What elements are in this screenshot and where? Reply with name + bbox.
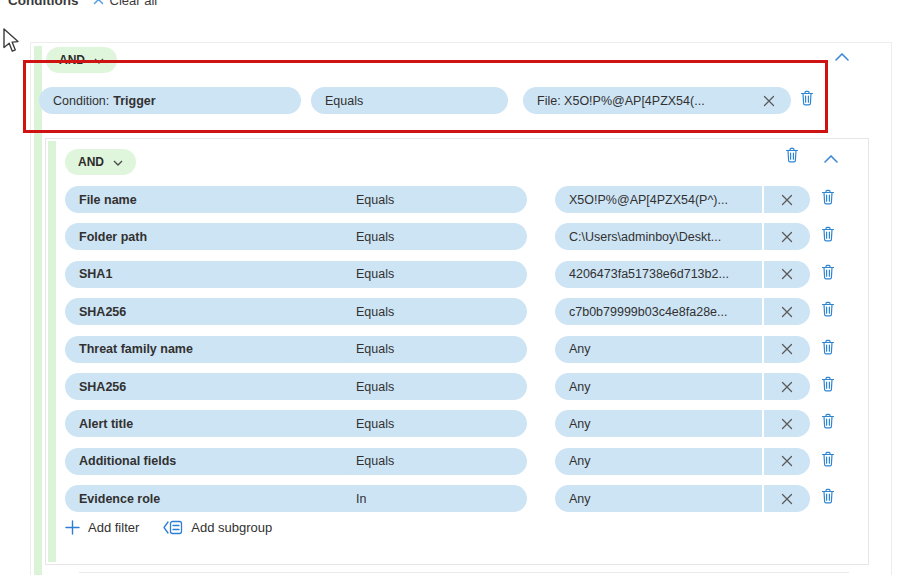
filter-value-pill[interactable]: Any <box>555 448 762 475</box>
trigger-clear-value-button[interactable] <box>746 87 791 114</box>
condition-subgroup: AND Fi <box>45 138 869 565</box>
filter-row: File name Equals X5O!P%@AP[4PZX54(P^)... <box>46 186 868 213</box>
filter-delete-button[interactable] <box>821 488 835 507</box>
filter-value-pill[interactable]: Any <box>555 485 762 512</box>
filter-row: Folder path Equals C:\Users\adminboy\Des… <box>46 223 868 250</box>
trigger-value-pill[interactable]: File: X5O!P%@AP[4PZX54(... <box>523 87 746 114</box>
filter-value-pill[interactable]: Any <box>555 373 762 400</box>
trash-icon <box>821 413 835 429</box>
filter-value-pill[interactable]: c7b0b79999b03c4e8fa28e... <box>555 298 762 325</box>
filter-delete-button[interactable] <box>821 413 835 432</box>
filter-field-pill[interactable]: Folder path <box>65 223 371 250</box>
trash-icon <box>821 264 835 280</box>
filter-field-pill[interactable]: SHA1 <box>65 261 371 288</box>
filter-operator-pill[interactable]: Equals <box>342 261 527 288</box>
filter-operator-pill[interactable]: Equals <box>342 336 527 363</box>
filter-row: Threat family name Equals Any <box>46 336 868 363</box>
page-header: Conditions Clear all <box>8 0 157 8</box>
filter-delete-button[interactable] <box>821 451 835 470</box>
clear-all-label: Clear all <box>110 0 158 8</box>
add-subgroup-icon <box>163 520 183 535</box>
clear-icon <box>93 0 104 8</box>
filter-delete-button[interactable] <box>821 264 835 283</box>
trash-icon <box>821 301 835 317</box>
add-subgroup-button[interactable]: Add subgroup <box>163 520 272 535</box>
filter-delete-button[interactable] <box>821 339 835 358</box>
plus-icon <box>65 520 80 535</box>
filter-operator-pill[interactable]: Equals <box>342 298 527 325</box>
close-icon <box>781 194 793 206</box>
filter-operator-pill[interactable]: Equals <box>342 410 527 437</box>
filter-value-pill[interactable]: Any <box>555 410 762 437</box>
filter-value-pill[interactable]: Any <box>555 336 762 363</box>
trigger-field-pill[interactable]: Condition: Trigger <box>39 87 301 114</box>
filter-value-pill[interactable]: X5O!P%@AP[4PZX54(P^)... <box>555 186 762 213</box>
trash-icon <box>785 147 799 163</box>
outer-collapse-button[interactable] <box>835 49 849 64</box>
close-icon <box>781 231 793 243</box>
filter-clear-value-button[interactable] <box>764 186 810 213</box>
trigger-delete-button[interactable] <box>800 90 814 109</box>
trigger-field-prefix: Condition: <box>53 94 109 108</box>
chevron-up-icon <box>835 49 849 64</box>
trash-icon <box>821 451 835 467</box>
filter-operator-pill[interactable]: Equals <box>342 448 527 475</box>
filter-field-pill[interactable]: SHA256 <box>65 373 371 400</box>
close-icon <box>781 493 793 505</box>
filter-value-pill[interactable]: C:\Users\adminboy\Deskt... <box>555 223 762 250</box>
clear-all-button[interactable]: Clear all <box>93 0 158 8</box>
trash-icon <box>821 226 835 242</box>
chevron-up-icon <box>824 151 838 166</box>
trigger-operator-pill[interactable]: Equals <box>311 87 508 114</box>
trigger-condition-row: Condition: Trigger Equals File: X5O!P%@A… <box>31 87 891 114</box>
condition-group-outer: AND Condition: Trigger Equals <box>30 42 892 575</box>
filter-clear-value-button[interactable] <box>764 485 810 512</box>
subgroup-footer: Add filter Add subgroup <box>65 520 272 535</box>
trash-icon <box>821 488 835 504</box>
outer-operator-label: AND <box>59 53 85 67</box>
filter-operator-pill[interactable]: In <box>342 485 527 512</box>
filter-row: Evidence role In Any <box>46 485 868 512</box>
filter-operator-pill[interactable]: Equals <box>342 373 527 400</box>
filter-clear-value-button[interactable] <box>764 448 810 475</box>
filter-row: SHA256 Equals c7b0b79999b03c4e8fa28e... <box>46 298 868 325</box>
filter-clear-value-button[interactable] <box>764 336 810 363</box>
conditions-builder: Conditions Clear all AND <box>0 0 900 575</box>
subgroup-delete-button[interactable] <box>785 147 799 166</box>
filter-clear-value-button[interactable] <box>764 373 810 400</box>
filter-row: SHA1 Equals 4206473fa51738e6d713b2... <box>46 261 868 288</box>
filter-field-pill[interactable]: Threat family name <box>65 336 371 363</box>
filter-delete-button[interactable] <box>821 376 835 395</box>
add-filter-button[interactable]: Add filter <box>65 520 139 535</box>
filter-operator-pill[interactable]: Equals <box>342 223 527 250</box>
filter-clear-value-button[interactable] <box>764 261 810 288</box>
filter-clear-value-button[interactable] <box>764 223 810 250</box>
filter-delete-button[interactable] <box>821 226 835 245</box>
close-icon <box>781 343 793 355</box>
filter-field-pill[interactable]: SHA256 <box>65 298 371 325</box>
filter-row: Additional fields Equals Any <box>46 448 868 475</box>
filter-field-pill[interactable]: Evidence role <box>65 485 371 512</box>
filter-row: Alert title Equals Any <box>46 410 868 437</box>
group-accent-bar <box>34 46 42 575</box>
subgroup-operator-dropdown[interactable]: AND <box>65 149 136 175</box>
close-icon <box>781 455 793 467</box>
filter-value-pill[interactable]: 4206473fa51738e6d713b2... <box>555 261 762 288</box>
filter-field-pill[interactable]: File name <box>65 186 371 213</box>
trash-icon <box>821 376 835 392</box>
chevron-down-icon <box>94 53 104 67</box>
filter-clear-value-button[interactable] <box>764 410 810 437</box>
filter-delete-button[interactable] <box>821 301 835 320</box>
trash-icon <box>821 339 835 355</box>
trigger-field-name: Trigger <box>113 94 155 108</box>
filter-clear-value-button[interactable] <box>764 298 810 325</box>
filter-row: SHA256 Equals Any <box>46 373 868 400</box>
filter-field-pill[interactable]: Additional fields <box>65 448 371 475</box>
filter-operator-pill[interactable]: Equals <box>342 186 527 213</box>
filter-field-pill[interactable]: Alert title <box>65 410 371 437</box>
outer-operator-dropdown[interactable]: AND <box>46 47 117 73</box>
subgroup-collapse-button[interactable] <box>824 151 838 166</box>
trash-icon <box>800 90 814 106</box>
close-icon <box>763 95 775 107</box>
filter-delete-button[interactable] <box>821 189 835 208</box>
